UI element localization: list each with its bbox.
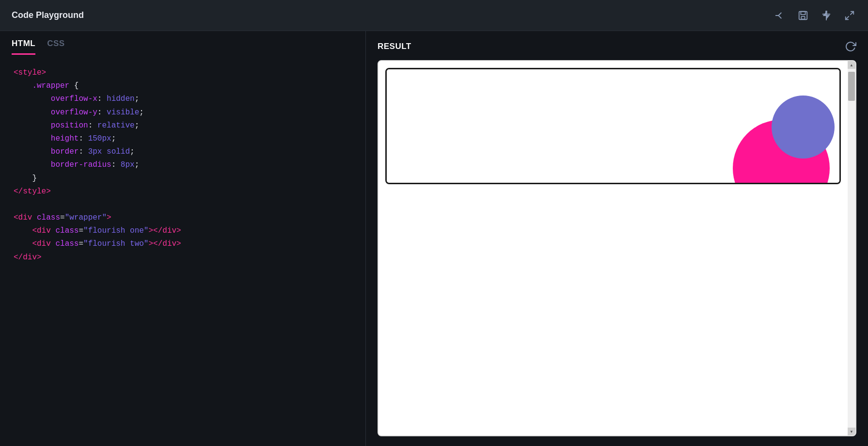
preview-scrollbar[interactable]: ▲ ▼ bbox=[848, 61, 855, 435]
code-line-12: <div class="wrapper"> bbox=[14, 211, 352, 224]
preview-frame: ▲ ▼ bbox=[379, 61, 855, 435]
editor-panel: HTML CSS <style> .wrapper { overflow-x: … bbox=[0, 31, 366, 446]
wrapper-element bbox=[385, 68, 841, 184]
code-line-8: border-radius: 8px; bbox=[14, 159, 352, 172]
code-editor[interactable]: <style> .wrapper { overflow-x: hidden; o… bbox=[0, 55, 365, 446]
scroll-up-arrow[interactable]: ▲ bbox=[848, 61, 855, 69]
code-line-13: <div class="flourish one"></div> bbox=[14, 224, 352, 238]
header-actions bbox=[773, 9, 856, 22]
preview-below-wrapper bbox=[379, 192, 841, 435]
svg-rect-2 bbox=[801, 11, 805, 14]
result-panel: RESULT ▲ bbox=[366, 31, 868, 446]
code-line-10: </style> bbox=[14, 185, 352, 198]
code-line-3: overflow-x: hidden; bbox=[14, 93, 352, 106]
result-container: ▲ ▼ bbox=[378, 60, 856, 436]
back-button[interactable] bbox=[773, 9, 787, 22]
code-line-2: .wrapper { bbox=[14, 80, 352, 93]
fullscreen-button[interactable] bbox=[843, 9, 856, 22]
app-header: Code Playground bbox=[0, 0, 868, 31]
code-line-11 bbox=[14, 198, 352, 211]
flourish-two bbox=[772, 96, 835, 159]
code-line-7: border: 3px solid; bbox=[14, 145, 352, 159]
svg-line-6 bbox=[851, 11, 853, 14]
result-header: RESULT bbox=[378, 41, 856, 52]
code-line-4: overflow-y: visible; bbox=[14, 106, 352, 119]
svg-marker-5 bbox=[823, 11, 830, 19]
svg-line-7 bbox=[846, 16, 849, 19]
app-title: Code Playground bbox=[12, 10, 84, 20]
code-line-15: </div> bbox=[14, 251, 352, 264]
code-line-14: <div class="flourish two"></div> bbox=[14, 238, 352, 251]
code-line-6: height: 150px; bbox=[14, 132, 352, 145]
save-button[interactable] bbox=[796, 9, 810, 22]
result-title: RESULT bbox=[378, 42, 411, 51]
tab-css[interactable]: CSS bbox=[47, 39, 64, 55]
code-line-1: <style> bbox=[14, 66, 352, 80]
scroll-down-arrow[interactable]: ▼ bbox=[848, 428, 855, 435]
main-content: HTML CSS <style> .wrapper { overflow-x: … bbox=[0, 31, 868, 446]
refresh-button[interactable] bbox=[845, 41, 856, 52]
svg-rect-3 bbox=[801, 16, 805, 19]
svg-rect-1 bbox=[799, 11, 807, 19]
scrollbar-thumb[interactable] bbox=[848, 72, 855, 101]
code-line-5: position: relative; bbox=[14, 119, 352, 132]
run-button[interactable] bbox=[820, 9, 833, 22]
code-line-9: } bbox=[14, 172, 352, 185]
editor-tabs: HTML CSS bbox=[0, 31, 365, 55]
tab-html[interactable]: HTML bbox=[12, 39, 35, 55]
